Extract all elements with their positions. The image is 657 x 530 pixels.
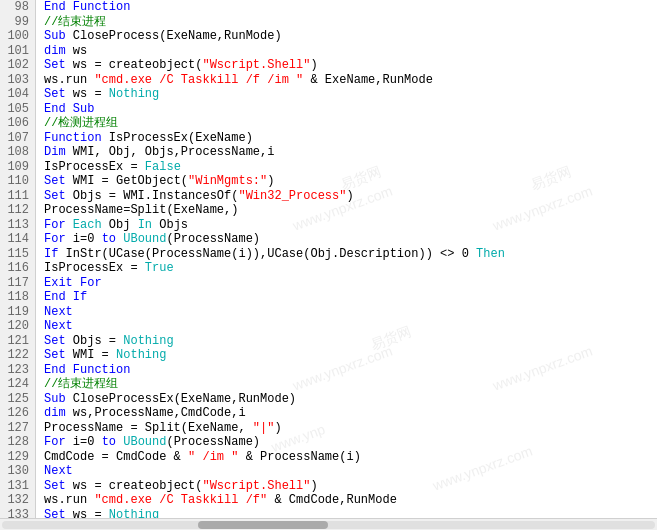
code-line: End Function (44, 0, 657, 15)
code-line: Sub CloseProcess(ExeName,RunMode) (44, 29, 657, 44)
line-number: 124 (6, 377, 29, 392)
code-line: ProcessName = Split(ExeName, "|") (44, 421, 657, 436)
line-number: 125 (6, 392, 29, 407)
code-line: CmdCode = CmdCode & " /im " & ProcessNam… (44, 450, 657, 465)
line-number: 127 (6, 421, 29, 436)
code-line: dim ws (44, 44, 657, 59)
code-line: ws.run "cmd.exe /C Taskkill /f /im " & E… (44, 73, 657, 88)
code-line: //结束进程 (44, 15, 657, 30)
code-line: For i=0 to UBound(ProcessName) (44, 232, 657, 247)
line-number: 106 (6, 116, 29, 131)
code-line: Set WMI = GetObject("WinMgmts:") (44, 174, 657, 189)
code-line: Set ws = createobject("Wscript.Shell") (44, 58, 657, 73)
line-number: 132 (6, 493, 29, 508)
line-number: 99 (6, 15, 29, 30)
code-line: dim ws,ProcessName,CmdCode,i (44, 406, 657, 421)
code-line: Function IsProcessEx(ExeName) (44, 131, 657, 146)
code-line: Set Objs = WMI.InstancesOf("Win32_Proces… (44, 189, 657, 204)
code-line: //结束进程组 (44, 377, 657, 392)
line-number: 113 (6, 218, 29, 233)
code-line: IsProcessEx = False (44, 160, 657, 175)
code-line: Set ws = Nothing (44, 508, 657, 519)
code-line: Next (44, 319, 657, 334)
code-content[interactable]: End Function//结束进程Sub CloseProcess(ExeNa… (36, 0, 657, 518)
code-line: ProcessName=Split(ExeName,) (44, 203, 657, 218)
code-line: Set WMI = Nothing (44, 348, 657, 363)
line-number: 116 (6, 261, 29, 276)
line-number: 126 (6, 406, 29, 421)
code-line: For i=0 to UBound(ProcessName) (44, 435, 657, 450)
scrollbar-track[interactable] (2, 521, 655, 529)
line-number: 105 (6, 102, 29, 117)
line-number: 110 (6, 174, 29, 189)
line-number: 103 (6, 73, 29, 88)
line-number: 101 (6, 44, 29, 59)
line-number: 123 (6, 363, 29, 378)
code-line: Next (44, 305, 657, 320)
code-line: //检测进程组 (44, 116, 657, 131)
code-line: Set ws = createobject("Wscript.Shell") (44, 479, 657, 494)
code-line: If InStr(UCase(ProcessName(i)),UCase(Obj… (44, 247, 657, 262)
line-numbers: 9899100101102103104105106107108109110111… (0, 0, 36, 518)
line-number: 130 (6, 464, 29, 479)
line-number: 131 (6, 479, 29, 494)
line-number: 118 (6, 290, 29, 305)
line-number: 133 (6, 508, 29, 519)
code-line: IsProcessEx = True (44, 261, 657, 276)
line-number: 100 (6, 29, 29, 44)
line-number: 107 (6, 131, 29, 146)
line-number: 102 (6, 58, 29, 73)
code-line: For Each Obj In Objs (44, 218, 657, 233)
line-number: 117 (6, 276, 29, 291)
line-number: 111 (6, 189, 29, 204)
code-line: Set Objs = Nothing (44, 334, 657, 349)
line-number: 112 (6, 203, 29, 218)
line-number: 108 (6, 145, 29, 160)
code-line: Dim WMI, Obj, Objs,ProcessName,i (44, 145, 657, 160)
horizontal-scrollbar[interactable] (0, 518, 657, 530)
line-number: 98 (6, 0, 29, 15)
line-number: 128 (6, 435, 29, 450)
code-line: ws.run "cmd.exe /C Taskkill /f" & CmdCod… (44, 493, 657, 508)
line-number: 129 (6, 450, 29, 465)
code-line: Sub CloseProcessEx(ExeName,RunMode) (44, 392, 657, 407)
code-line: Next (44, 464, 657, 479)
line-number: 115 (6, 247, 29, 262)
scrollbar-thumb[interactable] (198, 521, 329, 529)
code-line: End If (44, 290, 657, 305)
line-number: 104 (6, 87, 29, 102)
line-number: 119 (6, 305, 29, 320)
code-line: End Sub (44, 102, 657, 117)
line-number: 120 (6, 319, 29, 334)
code-area: 9899100101102103104105106107108109110111… (0, 0, 657, 518)
editor-container: 9899100101102103104105106107108109110111… (0, 0, 657, 530)
line-number: 114 (6, 232, 29, 247)
code-line: Set ws = Nothing (44, 87, 657, 102)
line-number: 109 (6, 160, 29, 175)
line-number: 122 (6, 348, 29, 363)
code-line: End Function (44, 363, 657, 378)
line-number: 121 (6, 334, 29, 349)
code-line: Exit For (44, 276, 657, 291)
